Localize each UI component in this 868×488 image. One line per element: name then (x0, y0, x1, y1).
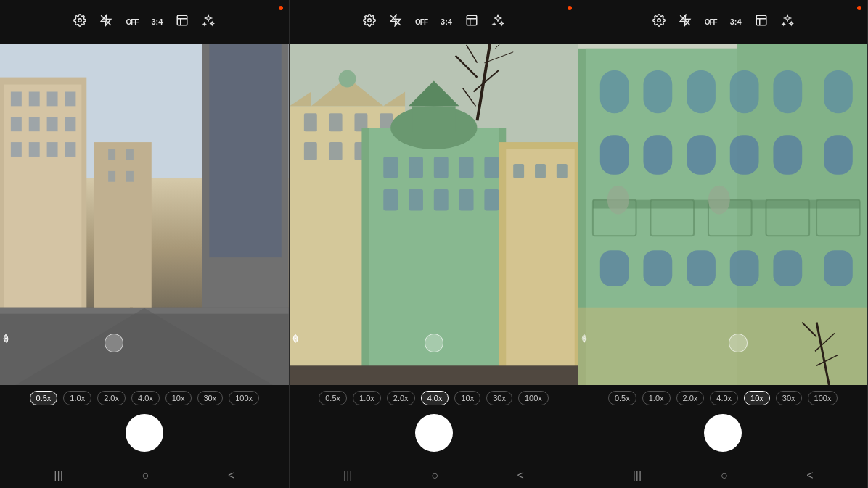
svg-rect-92 (644, 70, 673, 114)
top-bar-2: OFF 3:4 (290, 0, 578, 44)
svg-rect-77 (513, 164, 524, 178)
svg-rect-13 (47, 117, 58, 131)
timer-icon-1[interactable]: OFF (126, 18, 138, 26)
recent-apps-icon-2[interactable]: ||| (343, 469, 352, 482)
shutter-row-2 (415, 414, 453, 452)
zoom-40x-2[interactable]: 4.0x (421, 391, 449, 405)
svg-rect-95 (774, 70, 803, 114)
zoom-20x-2[interactable]: 2.0x (387, 391, 415, 405)
svg-rect-112 (730, 250, 759, 286)
back-icon-1[interactable]: < (228, 469, 234, 482)
ratio-icon-2[interactable]: 3:4 (441, 17, 452, 26)
mode-icon-2[interactable] (465, 14, 478, 30)
lens-icons-2 (290, 334, 578, 352)
tele-lens-icon-3[interactable] (729, 334, 748, 352)
shutter-button-2[interactable] (415, 414, 453, 452)
shutter-button-1[interactable] (126, 414, 163, 452)
svg-rect-72 (434, 189, 449, 211)
top-bar-3: OFF 3:4 (578, 0, 867, 44)
svg-rect-74 (484, 189, 499, 211)
zoom-30-2[interactable]: 30x (486, 391, 512, 405)
zoom-10x-3[interactable]: 1.0x (642, 391, 671, 405)
sparkle-icon-2[interactable] (491, 14, 504, 30)
zoom-40x-1[interactable]: 4.0x (131, 391, 160, 405)
wide-lens-icon-3[interactable] (698, 334, 717, 352)
timer-icon-2[interactable]: OFF (415, 18, 427, 26)
zoom-05x-1[interactable]: 0.5x (30, 391, 58, 405)
tele-lens-icon-2[interactable] (455, 334, 474, 352)
gear-icon-3[interactable] (652, 14, 666, 30)
mode-icon-1[interactable] (176, 14, 189, 30)
home-icon-1[interactable]: ○ (142, 469, 150, 482)
lens-icons-3 (578, 334, 867, 352)
svg-rect-29 (108, 149, 115, 160)
zoom-10x-2[interactable]: 1.0x (353, 391, 381, 405)
timer-icon-3[interactable]: OFF (705, 18, 717, 26)
svg-rect-14 (65, 117, 75, 131)
home-icon-2[interactable]: ○ (431, 469, 438, 482)
zoom-40x-3[interactable]: 4.0x (710, 391, 738, 405)
svg-rect-113 (774, 250, 803, 286)
shutter-button-3[interactable] (704, 414, 742, 452)
zoom-20x-3[interactable]: 2.0x (676, 391, 705, 405)
ratio-icon-3[interactable]: 3:4 (730, 17, 742, 26)
svg-rect-53 (329, 113, 342, 131)
zoom-100-1[interactable]: 100x (229, 391, 259, 405)
svg-point-116 (708, 186, 730, 215)
gear-icon-1[interactable] (73, 14, 86, 30)
svg-point-115 (607, 186, 629, 215)
svg-rect-93 (687, 70, 716, 114)
recent-apps-icon-3[interactable]: ||| (633, 469, 642, 482)
wide-lens-icon-1[interactable] (105, 334, 123, 352)
nav-bar-3: ||| ○ < (578, 465, 867, 488)
viewfinder-2 (290, 44, 578, 385)
recent-apps-icon-1[interactable]: ||| (54, 469, 62, 482)
tele-lens-icon-1[interactable] (165, 334, 184, 352)
zoom-10-1[interactable]: 10x (165, 391, 192, 405)
svg-rect-110 (644, 250, 673, 286)
gear-icon-2[interactable] (363, 14, 376, 30)
svg-rect-31 (108, 171, 115, 182)
notification-dot-1 (279, 6, 283, 10)
svg-rect-101 (774, 135, 803, 175)
zoom-10-3[interactable]: 10x (744, 391, 770, 405)
zoom-100-3[interactable]: 100x (808, 391, 838, 405)
svg-rect-65 (383, 157, 398, 178)
mode-icon-3[interactable] (755, 14, 768, 30)
zoom-10-2[interactable]: 10x (454, 391, 480, 405)
svg-rect-99 (687, 135, 716, 175)
svg-rect-63 (412, 106, 456, 131)
zoom-20x-1[interactable]: 2.0x (97, 391, 126, 405)
zoom-10x-1[interactable]: 1.0x (63, 391, 91, 405)
normal-lens-icon-1[interactable] (135, 334, 154, 352)
flash-off-icon-2[interactable] (389, 14, 402, 30)
back-icon-2[interactable]: < (517, 469, 524, 482)
svg-rect-96 (824, 70, 853, 114)
back-icon-3[interactable]: < (806, 469, 813, 482)
normal-lens-icon-2[interactable] (425, 334, 443, 352)
flash-off-icon-1[interactable] (99, 14, 112, 30)
svg-rect-12 (29, 117, 40, 131)
svg-point-49 (338, 70, 356, 88)
svg-rect-79 (557, 164, 568, 178)
zoom-100-2[interactable]: 100x (518, 391, 549, 405)
svg-rect-38 (467, 15, 477, 25)
zoom-05x-2[interactable]: 0.5x (319, 391, 347, 405)
svg-rect-114 (824, 250, 853, 286)
sparkle-icon-1[interactable] (202, 14, 215, 30)
svg-rect-66 (409, 157, 423, 178)
home-icon-3[interactable]: ○ (721, 469, 728, 482)
svg-point-0 (78, 19, 82, 22)
flash-off-icon-3[interactable] (679, 14, 692, 30)
svg-rect-56 (304, 142, 317, 160)
svg-rect-100 (730, 135, 759, 175)
bottom-controls-1: 0.5x 1.0x 2.0x 4.0x 10x 30x 100x (0, 385, 289, 465)
zoom-30-1[interactable]: 30x (197, 391, 224, 405)
wide-lens-icon-2[interactable] (394, 334, 413, 352)
zoom-30-3[interactable]: 30x (776, 391, 802, 405)
ratio-icon-1[interactable]: 3:4 (151, 17, 163, 26)
zoom-05x-3[interactable]: 0.5x (608, 391, 636, 405)
svg-rect-32 (126, 171, 134, 182)
svg-rect-91 (600, 70, 629, 114)
sparkle-icon-3[interactable] (781, 14, 794, 30)
